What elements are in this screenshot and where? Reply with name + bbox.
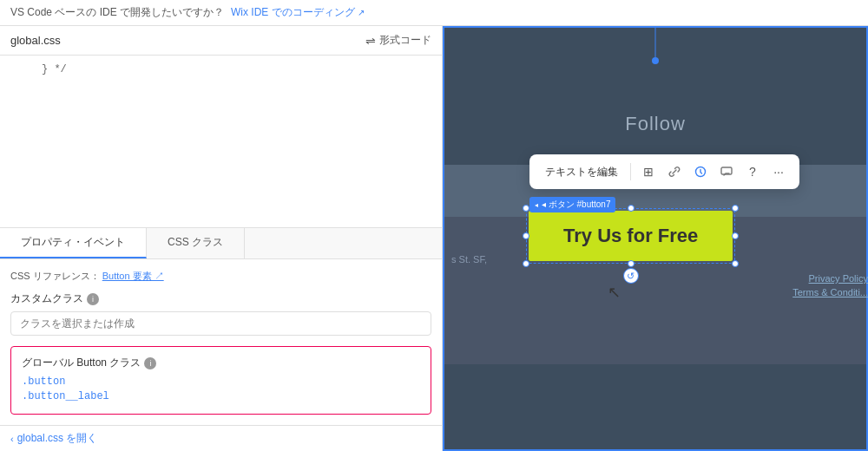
- rotate-handle[interactable]: ↺: [623, 268, 639, 284]
- file-tab: global.css ⇌ 形式コード: [0, 26, 442, 56]
- terms-conditions-link[interactable]: Terms & Conditi...: [792, 285, 868, 299]
- handle-top-left[interactable]: [523, 205, 529, 212]
- open-global-css-link[interactable]: ‹ global.css を開く: [10, 431, 97, 446]
- handle-bottom-center[interactable]: [628, 260, 635, 267]
- tag-chevron-icon: ◂: [535, 201, 538, 209]
- handle-bottom-right[interactable]: [732, 260, 739, 267]
- canvas-follow-text: Follow: [625, 113, 686, 135]
- toolbar-help-icon-button[interactable]: ?: [740, 160, 765, 184]
- code-editor[interactable]: } */: [0, 56, 442, 227]
- toolbar-more-icon-button[interactable]: ···: [766, 160, 791, 184]
- selected-button-wrapper: Try Us for Free ↺: [526, 208, 735, 264]
- top-bar: VS Code ベースの IDE で開発したいですか？ Wix IDE でのコー…: [0, 0, 868, 26]
- privacy-links: Privacy Policy Terms & Conditi...: [792, 271, 868, 299]
- code-content: } */: [42, 63, 67, 75]
- global-class-section: グローバル Button クラス i .button .button__labe…: [10, 346, 431, 415]
- privacy-policy-link[interactable]: Privacy Policy: [792, 271, 868, 285]
- bottom-bar: ‹ global.css を開く: [0, 425, 442, 451]
- tab-properties-events[interactable]: プロパティ・イベント: [0, 228, 147, 258]
- class-item-button-label[interactable]: .button__label: [22, 390, 420, 402]
- tab-css-classes-label: CSS クラス: [168, 236, 223, 248]
- global-class-info-icon[interactable]: i: [144, 357, 156, 369]
- wix-ide-link[interactable]: Wix IDE でのコーディング ↗: [231, 5, 365, 20]
- handle-middle-right[interactable]: [732, 232, 739, 239]
- open-global-css-text: global.css を開く: [17, 431, 98, 446]
- toolbar-edit-text-button[interactable]: テキストを編集: [538, 161, 625, 183]
- css-ref-label: CSS リファレンス：: [10, 271, 100, 281]
- handle-top-center[interactable]: [628, 205, 635, 212]
- code-line: } */: [0, 62, 442, 76]
- cursor-indicator: ↖: [608, 283, 621, 302]
- canvas-bg-bottom: [443, 364, 868, 451]
- custom-class-text: カスタムクラス: [10, 291, 83, 306]
- external-link-icon: ↗: [358, 8, 365, 17]
- class-item-button[interactable]: .button: [22, 376, 420, 388]
- canvas-panel: Follow テキストを編集 ⊞: [443, 26, 868, 451]
- toolbar-popup: テキストを編集 ⊞ ? ···: [529, 154, 799, 189]
- toolbar-link1-icon-button[interactable]: [662, 160, 687, 184]
- guide-line-top: [655, 26, 656, 61]
- try-us-free-button[interactable]: Try Us for Free: [529, 211, 733, 261]
- button-tag-label[interactable]: ◂ ◂ ボタン #button7: [529, 197, 615, 212]
- tabs-bar: プロパティ・イベント CSS クラス: [0, 227, 442, 259]
- css-reference: CSS リファレンス： Button 要素 ↗: [10, 270, 431, 283]
- tab-css-classes[interactable]: CSS クラス: [147, 228, 245, 258]
- toolbar-comment-icon-button[interactable]: [714, 160, 739, 184]
- global-class-label: グローバル Button クラス i: [22, 356, 420, 370]
- main-layout: global.css ⇌ 形式コード } */ プロパティ・イベント CSS ク…: [0, 26, 868, 451]
- properties-panel: CSS リファレンス： Button 要素 ↗ カスタムクラス i グローバル …: [0, 259, 442, 425]
- toolbar-link2-icon-button[interactable]: [688, 160, 713, 184]
- wix-ide-link-text: Wix IDE でのコーディング: [231, 5, 355, 20]
- custom-class-input[interactable]: [10, 311, 431, 336]
- handle-middle-left[interactable]: [523, 232, 529, 239]
- global-class-text: グローバル Button クラス: [22, 356, 141, 370]
- handle-bottom-left[interactable]: [523, 260, 529, 267]
- guide-dot: [652, 57, 659, 64]
- format-code-label: 形式コード: [379, 33, 431, 48]
- vscode-info-text: VS Code ベースの IDE で開発したいですか？: [10, 5, 224, 20]
- button-tag-text: ◂ ボタン #button7: [542, 199, 610, 211]
- custom-class-info-icon[interactable]: i: [87, 293, 99, 305]
- canvas-address-text: s St. SF,: [451, 254, 487, 265]
- custom-class-label: カスタムクラス i: [10, 291, 431, 306]
- format-code-button[interactable]: ⇌ 形式コード: [365, 33, 431, 48]
- toolbar-separator: [630, 163, 631, 180]
- selection-border: Try Us for Free ↺: [526, 208, 735, 264]
- css-ref-link[interactable]: Button 要素 ↗: [102, 271, 164, 281]
- line-number: [10, 63, 31, 75]
- tab-properties-events-label: プロパティ・イベント: [21, 236, 125, 248]
- format-code-icon: ⇌: [365, 34, 376, 48]
- chevron-left-icon: ‹: [10, 434, 14, 444]
- left-panel: global.css ⇌ 形式コード } */ プロパティ・イベント CSS ク…: [0, 26, 443, 451]
- toolbar-table-icon-button[interactable]: ⊞: [636, 160, 661, 184]
- file-name: global.css: [10, 34, 61, 47]
